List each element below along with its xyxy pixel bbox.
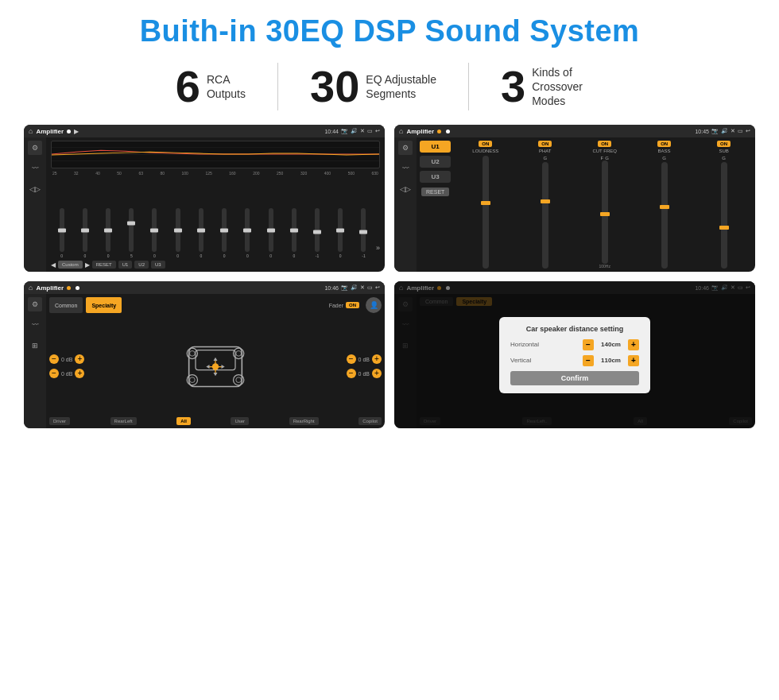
sidebar-wave-icon-2[interactable]: 〰	[398, 161, 413, 176]
bass-control: ON BASS G	[636, 141, 692, 269]
slider-10[interactable]: 0	[260, 208, 281, 258]
u3-select-button[interactable]: U3	[420, 171, 451, 183]
u2-select-button[interactable]: U2	[420, 156, 451, 168]
sidebar-vol-icon-2[interactable]: ◁▷	[398, 182, 413, 196]
screen2-content: ⚙ 〰 ◁▷ U1 U2 U3 RESET ON LOUDNESS	[394, 137, 755, 272]
slider-3[interactable]: 0	[97, 208, 118, 258]
cutfreq-slider[interactable]	[602, 160, 608, 264]
vol-minus-4[interactable]: −	[347, 369, 356, 378]
vol-plus-2[interactable]: +	[75, 369, 84, 378]
vol-minus-3[interactable]: −	[347, 354, 356, 364]
phat-slider[interactable]	[542, 162, 548, 269]
right-volume-controls: − 0 dB + − 0 dB +	[347, 318, 382, 415]
slider-5[interactable]: 0	[144, 208, 165, 258]
screens-grid: ⌂ Amplifier ▶ 10:44 📷 🔊 ✕ ▭ ↩ ⚙ 〰	[24, 125, 755, 428]
stat-crossover: 3 Kinds ofCrossover Modes	[469, 64, 635, 109]
sidebar-eq-icon[interactable]: ⚙	[28, 141, 42, 155]
copilot-button-3[interactable]: Copilot	[358, 417, 382, 425]
custom-preset-button[interactable]: Custom	[58, 261, 83, 269]
svg-marker-18	[214, 373, 218, 376]
status-bar-left-3: ⌂ Amplifier	[29, 284, 79, 292]
vol-minus-1[interactable]: −	[49, 354, 59, 364]
stat-eq: 30 EQ AdjustableSegments	[278, 64, 468, 109]
slider-8[interactable]: 0	[214, 208, 235, 258]
phat-control: ON PHAT G	[517, 141, 573, 269]
reset-button-1[interactable]: RESET	[92, 261, 116, 269]
driver-button-3[interactable]: Driver	[49, 417, 70, 425]
vertical-plus-button[interactable]: +	[628, 355, 639, 366]
top-tabs-3: Common Specialty Fader ON 👤	[49, 297, 382, 313]
u1-select-button[interactable]: U1	[420, 141, 451, 153]
back-icon-1[interactable]: ↩	[375, 128, 380, 134]
vertical-minus-button[interactable]: −	[583, 355, 594, 366]
u3-button-1[interactable]: U3	[151, 261, 165, 269]
vol-plus-1[interactable]: +	[75, 354, 84, 364]
screen-fader: ⌂ Amplifier 10:46 📷 🔊 ✕ ▭ ↩ ⚙ 〰	[24, 281, 385, 428]
freq-160: 160	[229, 171, 235, 176]
sidebar-expand-icon-3[interactable]: ⊞	[28, 338, 42, 353]
specialty-tab-3[interactable]: Specialty	[86, 297, 122, 313]
all-button-3[interactable]: All	[176, 417, 191, 425]
sliders-row: 0 0 0 5 0 0 0 0 0 0 0 -1 0 -1 »	[51, 179, 380, 258]
screen2-title: Amplifier	[406, 128, 434, 135]
svg-point-13	[236, 377, 242, 382]
page-title: Buith-in 30EQ DSP Sound System	[24, 14, 755, 48]
back-icon-2[interactable]: ↩	[746, 128, 750, 134]
slider-7[interactable]: 0	[190, 208, 211, 258]
camera-icon-2: 📷	[711, 128, 719, 134]
play-icon-1: ▶	[74, 128, 79, 135]
rearright-button-3[interactable]: RearRight	[289, 417, 319, 425]
user-button-3[interactable]: User	[231, 417, 249, 425]
back-icon-3[interactable]: ↩	[375, 284, 380, 291]
common-tab-3[interactable]: Common	[49, 297, 83, 313]
slider-13[interactable]: 0	[330, 208, 351, 258]
slider-12[interactable]: -1	[306, 208, 327, 258]
status-bar-left-2: ⌂ Amplifier	[399, 127, 450, 135]
sidebar-wave-icon-3[interactable]: 〰	[28, 318, 42, 332]
expand-icon[interactable]: »	[376, 244, 380, 258]
slider-9[interactable]: 0	[237, 208, 258, 258]
status-bar-right-1: 10:44 📷 🔊 ✕ ▭ ↩	[324, 128, 380, 134]
prev-preset-button[interactable]: ◀	[51, 261, 56, 269]
slider-6[interactable]: 0	[167, 208, 188, 258]
sidebar-eq-icon-3[interactable]: ⚙	[28, 297, 42, 311]
slider-1[interactable]: 0	[51, 208, 72, 258]
sub-label: SUB	[719, 149, 728, 153]
freq-63: 63	[138, 171, 143, 176]
loudness-slider[interactable]	[483, 156, 489, 269]
slider-11[interactable]: 0	[283, 208, 304, 258]
sub-slider[interactable]	[721, 162, 727, 269]
sidebar-vol-icon[interactable]: ◁▷	[28, 182, 42, 196]
signal-icon-1: ✕	[360, 128, 365, 134]
u1-button-1[interactable]: U1	[118, 261, 133, 269]
camera-icon-1: 📷	[341, 128, 348, 134]
horizontal-minus-button[interactable]: −	[583, 339, 594, 350]
slider-14[interactable]: -1	[353, 208, 374, 258]
svg-marker-17	[214, 357, 218, 360]
bass-slider[interactable]	[661, 162, 668, 269]
horizontal-plus-button[interactable]: +	[628, 339, 639, 350]
slider-4[interactable]: 5	[121, 208, 142, 258]
vol-value-2: 0 dB	[61, 371, 72, 377]
u2-button-1[interactable]: U2	[134, 261, 149, 269]
fader-on-badge: ON	[346, 302, 359, 308]
horizontal-label: Horizontal	[510, 341, 554, 348]
battery-icon-1: ▭	[367, 128, 373, 134]
confirm-button[interactable]: Confirm	[510, 371, 639, 385]
sidebar-wave-icon[interactable]: 〰	[28, 161, 42, 176]
settings-icon-3[interactable]: 👤	[366, 297, 382, 313]
vol-plus-3[interactable]: +	[372, 354, 382, 364]
next-preset-button[interactable]: ▶	[85, 261, 90, 269]
vol-minus-2[interactable]: −	[49, 369, 59, 378]
cutfreq-label: CUT FREQ	[592, 149, 617, 153]
rearleft-button-3[interactable]: RearLeft	[110, 417, 137, 425]
dialog-overlay: Car speaker distance setting Horizontal …	[394, 281, 755, 428]
sidebar-eq-icon-2[interactable]: ⚙	[398, 141, 413, 155]
reset-button-2[interactable]: RESET	[421, 188, 449, 196]
slider-2[interactable]: 0	[74, 208, 95, 258]
status-dot-1	[67, 130, 71, 133]
vol-value-3: 0 dB	[358, 357, 370, 362]
freq-500: 500	[348, 171, 355, 176]
vol-plus-4[interactable]: +	[372, 369, 382, 378]
stat-number-eq: 30	[310, 64, 359, 109]
